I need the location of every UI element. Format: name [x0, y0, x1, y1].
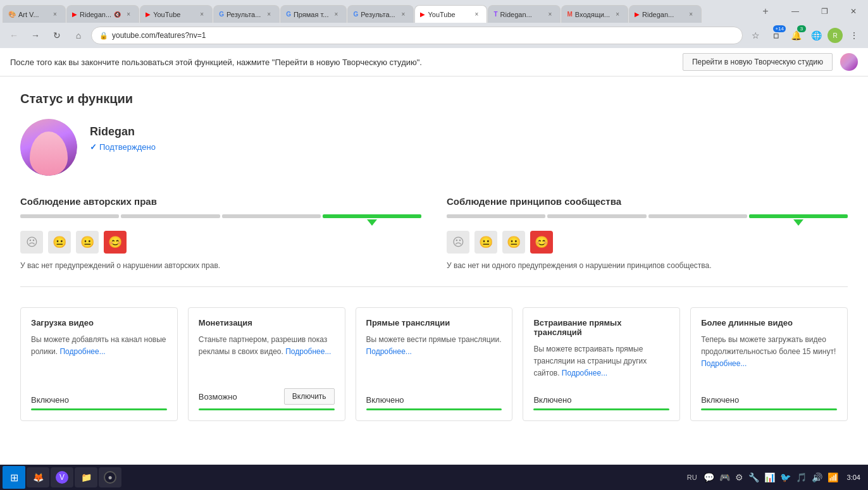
tab-title: Результа... [226, 11, 261, 18]
steam-icon[interactable]: 🎮 [718, 471, 731, 484]
feature-status-upload: Включено [31, 395, 69, 405]
tab-close-btn[interactable]: × [545, 9, 555, 20]
sys-icon-7[interactable]: 🎵 [795, 471, 808, 484]
community-face-1: ☹ [447, 231, 469, 254]
community-face-active: 😊 [530, 231, 553, 254]
tab-close-btn[interactable]: × [471, 9, 481, 20]
feature-link-upload[interactable]: Подробнее... [59, 347, 105, 356]
tab-close-btn[interactable]: × [50, 9, 60, 20]
feature-footer-long-video: Включено [701, 395, 837, 405]
verified-badge: ✓ Подтверждено [90, 142, 156, 152]
features-row: Загрузка видео Вы можете добавлять на ка… [20, 307, 848, 421]
tab-stream[interactable]: G Прямая т... × [280, 5, 347, 23]
feature-link-long-video[interactable]: Подробнее... [701, 359, 747, 368]
tab-youtube-1[interactable]: ▶ YouTube × [140, 5, 213, 23]
sys-icon-3[interactable]: ⚙ [734, 471, 745, 484]
feature-title-embed: Встраивание прямых трансляций [533, 318, 669, 337]
tab-results-1[interactable]: G Результа... × [213, 5, 280, 23]
explorer-icon: 📁 [80, 471, 92, 484]
back-button[interactable]: ← [5, 27, 23, 44]
tab-title: Результа... [361, 11, 395, 18]
language-indicator[interactable]: RU [685, 474, 700, 481]
mute-icon[interactable]: 🔇 [114, 11, 121, 18]
tab-list: 🎨 Art V... × ▶ Ridegan... 🔇 × ▶ YouTube … [3, 5, 757, 23]
new-tab-button[interactable]: + [757, 3, 774, 20]
network-icon[interactable]: 📶 [826, 471, 840, 484]
tab-favicon: M [567, 11, 572, 18]
tab-close-btn[interactable]: × [398, 9, 408, 20]
start-button[interactable]: ⊞ [3, 466, 25, 489]
tab-title: Art V... [18, 11, 47, 18]
restore-button[interactable]: ❐ [810, 0, 839, 23]
tab-close-btn[interactable]: × [197, 9, 207, 20]
tab-close-btn[interactable]: × [331, 9, 341, 20]
tab-ridegan-twitch[interactable]: T Ridegan... × [488, 5, 561, 23]
account-avatar[interactable]: R [828, 28, 843, 43]
tab-close-btn[interactable]: × [612, 9, 623, 20]
taskbar-item-app4[interactable]: ● [99, 467, 121, 487]
enable-monetization-button[interactable]: Включить [284, 388, 335, 405]
community-description: У вас нет ни одного предупреждения о нар… [447, 260, 848, 271]
tab-results-2[interactable]: G Результа... × [347, 5, 414, 23]
feature-title-long-video: Более длинные видео [701, 318, 837, 328]
feature-link-monetization[interactable]: Подробнее... [285, 347, 331, 356]
go-to-studio-button[interactable]: Перейти в новую Творческую студию [683, 53, 833, 71]
progress-arrow [367, 219, 377, 226]
tab-favicon: G [286, 11, 291, 18]
sys-icon-8[interactable]: 🔊 [810, 471, 824, 484]
tab-favicon: G [219, 11, 224, 18]
copyright-section: Соблюдение авторских прав [20, 196, 421, 271]
feature-desc-text: Теперь вы можете загружать видео продолж… [701, 335, 836, 356]
bookmark-button[interactable]: ☆ [747, 27, 764, 44]
tab-art[interactable]: 🎨 Art V... × [3, 5, 66, 23]
home-button[interactable]: ⌂ [70, 27, 87, 44]
face-icon-2: 😐 [48, 231, 71, 254]
tab-title: Входящи... [575, 11, 610, 18]
tab-title: YouTube [428, 11, 469, 18]
feature-card-upload: Загрузка видео Вы можете добавлять на ка… [20, 307, 178, 421]
feature-desc-text: Вы можете вести прямые трансляции. [366, 335, 502, 344]
info-bar: После того как вы закончите пользоваться… [0, 48, 868, 77]
taskbar-item-firefox[interactable]: 🦊 [27, 467, 49, 487]
tab-title: YouTube [153, 11, 194, 18]
feature-footer-upload: Включено [31, 395, 167, 405]
reload-button[interactable]: ↻ [48, 27, 66, 44]
forward-button[interactable]: → [27, 27, 44, 44]
face-icon-active: 😊 [104, 231, 127, 254]
feature-status-bar-streams [366, 408, 502, 410]
tab-title: Ridegan... [642, 11, 683, 18]
app4-icon: ● [104, 471, 116, 484]
address-bar[interactable]: 🔒 youtube.com/features?nv=1 [91, 27, 743, 44]
tab-gmail[interactable]: M Входящи... × [561, 5, 628, 23]
main-content: Статус и функции Ridegan ✓ Подтверждено [0, 77, 868, 464]
notifications-button[interactable]: 🔔3 [787, 27, 805, 44]
taskbar-item-viber[interactable]: V [51, 467, 73, 487]
system-tray: RU 💬 🎮 ⚙ 🔧 📊 🐦 🎵 🔊 📶 3:04 [685, 471, 865, 484]
tab-youtube-active[interactable]: ▶ YouTube × [414, 5, 487, 23]
feature-link-streams[interactable]: Подробнее... [366, 347, 412, 356]
lock-icon: 🔒 [99, 32, 108, 40]
tab-close-btn[interactable]: × [123, 9, 133, 20]
translate-button[interactable]: 🌐 [807, 27, 825, 44]
menu-button[interactable]: ⋮ [845, 27, 863, 44]
twitter-icon[interactable]: 🐦 [779, 471, 792, 484]
minimize-button[interactable]: — [781, 0, 810, 23]
extensions-button[interactable]: ◻+14 [767, 27, 784, 44]
feature-desc-upload: Вы можете добавлять на канал новые ролик… [31, 334, 167, 388]
tab-ridegan-yt[interactable]: ▶ Ridegan... × [629, 5, 702, 23]
community-section: Соблюдение принципов сообщества [447, 196, 848, 271]
checkmark-icon: ✓ [90, 142, 97, 152]
discord-icon[interactable]: 💬 [702, 471, 716, 484]
viber-icon: V [56, 471, 68, 484]
feature-status-monetization: Возможно [199, 392, 237, 401]
tab-ridegan-1[interactable]: ▶ Ridegan... 🔇 × [66, 5, 139, 23]
feature-link-embed[interactable]: Подробнее... [562, 369, 607, 377]
tab-close-btn[interactable]: × [264, 9, 274, 20]
tab-close-btn[interactable]: × [686, 9, 696, 20]
close-button[interactable]: ✕ [839, 0, 868, 23]
sys-icon-5[interactable]: 📊 [763, 471, 776, 484]
feature-footer-streams: Включено [366, 395, 502, 405]
community-face-3: 😐 [502, 231, 525, 254]
taskbar-item-explorer[interactable]: 📁 [75, 467, 97, 487]
sys-icon-4[interactable]: 🔧 [747, 471, 760, 484]
